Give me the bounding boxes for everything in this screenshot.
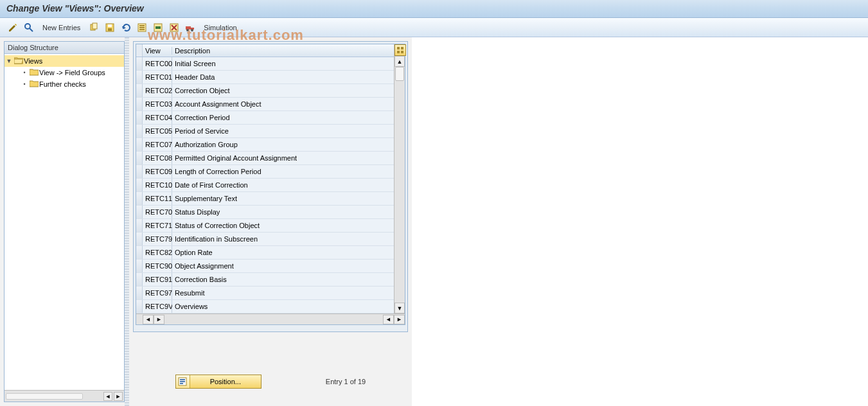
cell-description[interactable]: Object Assignment xyxy=(172,260,394,272)
undo-icon[interactable] xyxy=(120,21,132,34)
cell-view[interactable]: RETC70 xyxy=(143,206,172,218)
splitter-handle[interactable] xyxy=(125,37,129,406)
row-selector[interactable] xyxy=(136,246,143,259)
row-selector[interactable] xyxy=(136,165,143,178)
cell-view[interactable]: RETC05 xyxy=(143,125,172,137)
cell-view[interactable]: RETC00 xyxy=(143,57,172,70)
scrollbar-thumb[interactable] xyxy=(6,393,83,400)
table-row[interactable]: RETC05Period of Service xyxy=(136,125,394,138)
table-row[interactable]: RETC07Authorization Group xyxy=(136,138,394,152)
cell-description[interactable]: Account Assignment Object xyxy=(172,98,394,110)
cell-view[interactable]: RETC9V xyxy=(143,300,172,313)
table-row[interactable]: RETC82Option Rate xyxy=(136,246,394,260)
table-row[interactable]: RETC04Correction Period xyxy=(136,111,394,125)
cell-view[interactable]: RETC09 xyxy=(143,165,172,178)
cell-description[interactable]: Supplementary Text xyxy=(172,192,394,205)
select-all-icon[interactable] xyxy=(136,21,148,34)
row-selector[interactable] xyxy=(136,111,143,124)
cell-description[interactable]: Option Rate xyxy=(172,246,394,259)
cell-description[interactable]: Overviews xyxy=(172,300,394,313)
table-config-icon[interactable] xyxy=(394,44,406,56)
dialog-structure-hscroll[interactable]: ◄ ► xyxy=(4,390,124,402)
cell-description[interactable]: Length of Correction Period xyxy=(172,165,394,178)
table-row[interactable]: RETC03Account Assignment Object xyxy=(136,98,394,111)
row-selector[interactable] xyxy=(136,206,143,218)
cell-view[interactable]: RETC04 xyxy=(143,111,172,124)
scroll-left-icon[interactable]: ◄ xyxy=(383,315,394,324)
table-row[interactable]: RETC70Status Display xyxy=(136,206,394,219)
cell-view[interactable]: RETC71 xyxy=(143,219,172,232)
cell-view[interactable]: RETC97 xyxy=(143,287,172,299)
table-row[interactable]: RETC10Date of First Correction xyxy=(136,179,394,192)
cell-description[interactable]: Header Data xyxy=(172,71,394,84)
other-view-icon[interactable] xyxy=(22,21,35,34)
scroll-right-icon[interactable]: ► xyxy=(394,315,405,324)
cell-description[interactable]: Status Display xyxy=(172,206,394,218)
scrollbar-track[interactable] xyxy=(164,315,383,324)
table-row[interactable]: RETC71Status of Correction Object xyxy=(136,219,394,233)
row-selector[interactable] xyxy=(136,260,143,272)
table-row[interactable]: RETC09Length of Correction Period xyxy=(136,165,394,179)
cell-view[interactable]: RETC03 xyxy=(143,98,172,110)
position-button[interactable]: Position... xyxy=(175,375,261,389)
row-selector[interactable] xyxy=(136,192,143,205)
column-header-description[interactable]: Description xyxy=(172,47,394,55)
table-hscroll[interactable]: ◄ ► ◄ ► xyxy=(136,313,405,324)
new-entries-button[interactable]: New Entries xyxy=(39,22,84,33)
cell-description[interactable]: Correction Period xyxy=(172,111,394,124)
row-selector[interactable] xyxy=(136,125,143,137)
scrollbar-thumb[interactable] xyxy=(395,67,404,81)
cell-view[interactable]: RETC79 xyxy=(143,233,172,245)
cell-description[interactable]: Correction Object xyxy=(172,84,394,97)
save-icon[interactable] xyxy=(103,21,116,34)
scrollbar-track[interactable] xyxy=(394,67,405,303)
scroll-right-icon[interactable]: ► xyxy=(114,392,123,401)
tree-node-view-field-groups[interactable]: • View -> Field Groups xyxy=(4,67,124,78)
cell-view[interactable]: RETC11 xyxy=(143,192,172,205)
cell-description[interactable]: Identification in Subscreen xyxy=(172,233,394,245)
row-selector[interactable] xyxy=(136,179,143,191)
simulation-button[interactable]: Simulation xyxy=(200,22,240,33)
scroll-right-icon[interactable]: ► xyxy=(154,315,164,324)
table-row[interactable]: RETC90Object Assignment xyxy=(136,260,394,273)
row-selector[interactable] xyxy=(136,233,143,245)
table-row[interactable]: RETC97Resubmit xyxy=(136,287,394,300)
copy-icon[interactable] xyxy=(87,21,100,34)
cell-view[interactable]: RETC08 xyxy=(143,152,172,164)
row-selector[interactable] xyxy=(136,300,143,313)
cell-description[interactable]: Authorization Group xyxy=(172,138,394,151)
table-row[interactable]: RETC02Correction Object xyxy=(136,84,394,98)
cell-view[interactable]: RETC10 xyxy=(143,179,172,191)
cell-view[interactable]: RETC91 xyxy=(143,273,172,286)
table-row[interactable]: RETC01Header Data xyxy=(136,71,394,84)
row-selector[interactable] xyxy=(136,71,143,84)
row-selector[interactable] xyxy=(136,219,143,232)
cell-view[interactable]: RETC82 xyxy=(143,246,172,259)
scroll-up-icon[interactable]: ▲ xyxy=(394,56,405,67)
collapse-icon[interactable]: ▼ xyxy=(4,58,13,64)
dialog-structure-tree[interactable]: ▼ Views • View -> Field Groups • Further… xyxy=(4,54,124,390)
row-selector[interactable] xyxy=(136,98,143,110)
cell-description[interactable]: Initial Screen xyxy=(172,57,394,70)
cell-description[interactable]: Status of Correction Object xyxy=(172,219,394,232)
table-row[interactable]: RETC08Permitted Original Account Assignm… xyxy=(136,152,394,165)
row-selector[interactable] xyxy=(136,138,143,151)
table-row[interactable]: RETC91Correction Basis xyxy=(136,273,394,287)
scroll-down-icon[interactable]: ▼ xyxy=(394,303,405,313)
row-selector[interactable] xyxy=(136,273,143,286)
table-row[interactable]: RETC9VOverviews xyxy=(136,300,394,313)
row-selector-header[interactable] xyxy=(136,44,143,57)
tree-node-views[interactable]: ▼ Views xyxy=(4,55,124,67)
table-row[interactable]: RETC11Supplementary Text xyxy=(136,192,394,206)
table-vscroll[interactable]: ▲ ▼ xyxy=(394,44,405,313)
cell-description[interactable]: Permitted Original Account Assignment xyxy=(172,152,394,164)
row-selector[interactable] xyxy=(136,57,143,70)
cell-description[interactable]: Date of First Correction xyxy=(172,179,394,191)
row-selector[interactable] xyxy=(136,84,143,97)
select-block-icon[interactable] xyxy=(152,21,164,34)
scroll-left-icon[interactable]: ◄ xyxy=(143,315,154,324)
cell-description[interactable]: Period of Service xyxy=(172,125,394,137)
cell-description[interactable]: Correction Basis xyxy=(172,273,394,286)
column-header-view[interactable]: View xyxy=(143,47,172,55)
cell-view[interactable]: RETC01 xyxy=(143,71,172,84)
